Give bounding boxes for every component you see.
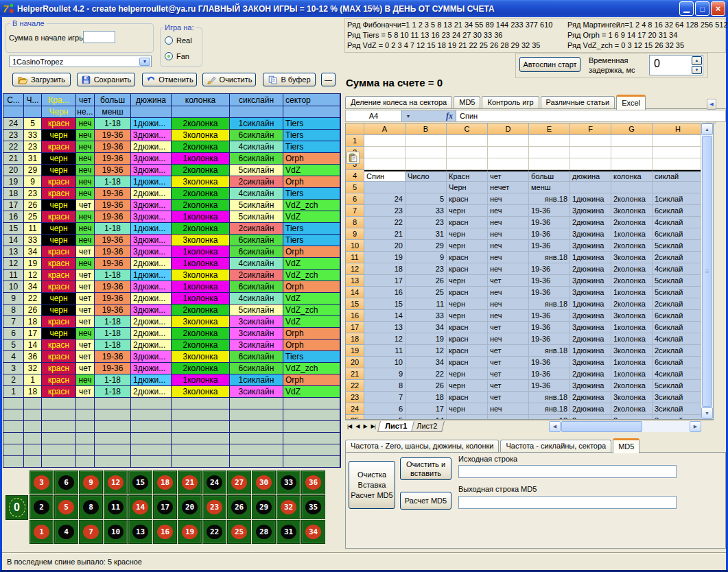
excel-cell[interactable]: 8 (364, 380, 406, 392)
formula-field[interactable]: Спин (456, 110, 725, 121)
excel-cell[interactable]: 34 (406, 322, 447, 333)
scroll-right-icon[interactable]: ▶ (690, 421, 701, 432)
excel-cell[interactable]: 2колонка (611, 275, 653, 287)
excel-cell[interactable]: неч (488, 403, 529, 415)
excel-rowheader[interactable]: 15 (346, 298, 364, 310)
spinner-up-icon[interactable]: ▲ (692, 56, 702, 65)
excel-cell[interactable]: 2сиклай (653, 298, 704, 310)
excel-cell[interactable]: 17 (364, 275, 406, 287)
excel-cell[interactable]: чет (488, 345, 529, 357)
excel-cell[interactable]: 20 (364, 240, 406, 252)
excel-rowheader[interactable]: 19 (346, 345, 364, 357)
spinner-down-icon[interactable]: ▼ (692, 66, 702, 75)
excel-cell[interactable]: 3сиклай (653, 403, 704, 415)
excel-rowheader[interactable]: 13 (346, 275, 364, 287)
excel-cell[interactable]: 15 (364, 298, 406, 310)
excel-colheader-A[interactable]: A (364, 123, 406, 135)
excel-cell[interactable]: Число (406, 170, 447, 182)
excel-cell[interactable]: 19-36 (529, 368, 570, 380)
tab-4[interactable]: Excel (616, 95, 646, 110)
scroll-down-icon[interactable]: ▼ (701, 407, 713, 419)
excel-rowheader[interactable]: 16 (346, 310, 364, 322)
excel-cell[interactable]: 3колонка (611, 252, 653, 263)
excel-cell[interactable]: 2колонка (611, 263, 653, 275)
excel-cell[interactable]: Черн (447, 182, 488, 193)
excel-cell[interactable]: Спин (364, 170, 406, 182)
excel-cell[interactable]: 26 (406, 275, 447, 287)
excel-cell[interactable]: 13 (364, 322, 406, 333)
roulette-cell[interactable]: 14 (128, 495, 152, 519)
excel-cell[interactable]: 33 (406, 310, 447, 322)
roulette-cell[interactable]: 3 (30, 470, 54, 494)
excel-cell[interactable]: 17 (406, 403, 447, 415)
excel-cell[interactable]: 9 (364, 368, 406, 380)
excel-colheader-F[interactable]: F (570, 123, 611, 135)
roulette-cell[interactable]: 7 (79, 520, 103, 544)
excel-rowheader[interactable]: 5 (346, 182, 364, 193)
roulette-cell[interactable]: 12 (104, 470, 128, 494)
excel-cell[interactable]: 1дюжина (570, 298, 611, 310)
excel-cell[interactable]: 2сиклай (653, 252, 704, 263)
excel-cell[interactable]: 3колонка (611, 310, 653, 322)
md5-clear-insert-calc-button[interactable]: Очистка Вставка Расчет MD5 (349, 461, 395, 509)
load-button[interactable]: Загрузить (12, 73, 71, 86)
excel-cell[interactable] (611, 158, 653, 170)
excel-cell[interactable]: красн (447, 392, 488, 403)
excel-rowheader[interactable]: 21 (346, 368, 364, 380)
roulette-cell[interactable]: 8 (79, 495, 103, 519)
excel-cell[interactable]: 1сиклай (653, 193, 704, 205)
excel-cell[interactable]: 22 (364, 217, 406, 228)
roulette-cell[interactable]: 6 (54, 470, 78, 494)
excel-cell[interactable] (570, 147, 611, 158)
excel-cell[interactable]: 4сиклай (653, 217, 704, 228)
excel-cell[interactable]: 2колонка (611, 217, 653, 228)
excel-cell[interactable]: чет (488, 357, 529, 368)
autospin-start-button[interactable]: Автоспин старт (519, 57, 580, 72)
roulette-cell[interactable]: 36 (301, 470, 325, 494)
roulette-cell[interactable]: 30 (252, 470, 276, 494)
excel-cell[interactable] (611, 182, 653, 193)
sheet-nav-icon[interactable]: ▶ (361, 423, 368, 429)
excel-cell[interactable]: янв.18 (529, 193, 570, 205)
excel-cell[interactable]: 5 (406, 193, 447, 205)
excel-cell[interactable]: 4сиклай (653, 263, 704, 275)
excel-cell[interactable] (488, 135, 529, 147)
excel-colheader-D[interactable]: D (488, 123, 529, 135)
roulette-cell[interactable]: 23 (202, 495, 226, 519)
roulette-cell[interactable]: 28 (252, 520, 276, 544)
roulette-cell[interactable]: 32 (277, 495, 301, 519)
excel-cell[interactable] (447, 158, 488, 170)
excel-cell[interactable]: 19-36 (529, 310, 570, 322)
excel-cell[interactable]: 11 (364, 345, 406, 357)
excel-cell[interactable]: 18 (406, 392, 447, 403)
roulette-cell[interactable]: 35 (301, 495, 325, 519)
excel-cell[interactable] (488, 158, 529, 170)
excel-cell[interactable]: 18 (364, 263, 406, 275)
excel-cell[interactable]: 6сиклай (653, 357, 704, 368)
hscroll-thumb[interactable] (561, 421, 642, 432)
excel-cell[interactable]: неч (488, 333, 529, 345)
excel-cell[interactable]: неч (488, 310, 529, 322)
roulette-cell[interactable]: 31 (277, 520, 301, 544)
excel-cell[interactable]: 5сиклай (653, 240, 704, 252)
radio-option-real[interactable]: Real (165, 36, 192, 45)
roulette-cell[interactable]: 17 (153, 495, 177, 519)
excel-cell[interactable]: 23 (364, 205, 406, 217)
vscroll-thumb[interactable] (702, 136, 712, 407)
excel-cell[interactable]: 1колонка (611, 357, 653, 368)
excel-cell[interactable]: 2дюжина (570, 392, 611, 403)
roulette-zero-cell[interactable]: 0 (5, 495, 28, 520)
excel-cell[interactable] (406, 158, 447, 170)
md5-clear-insert-button[interactable]: Очистить и вставить (400, 457, 451, 480)
roulette-cell[interactable]: 2 (30, 495, 54, 519)
excel-cell[interactable]: 6сиклай (653, 205, 704, 217)
excel-cell[interactable]: 1колонка (611, 228, 653, 240)
excel-colheader-E[interactable]: E (529, 123, 570, 135)
excel-cell[interactable]: 6сиклай (653, 228, 704, 240)
excel-cell[interactable]: неч (488, 217, 529, 228)
excel-cell[interactable]: 3дюжина (570, 310, 611, 322)
excel-cell[interactable]: красн (447, 263, 488, 275)
excel-cell[interactable]: 6сиклай (653, 310, 704, 322)
excel-cell[interactable] (364, 158, 406, 170)
excel-rowheader[interactable]: 22 (346, 380, 364, 392)
